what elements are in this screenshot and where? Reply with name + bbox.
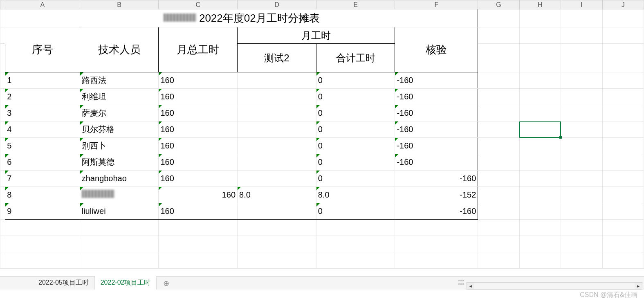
cell[interactable] [478,187,519,203]
cell[interactable] [478,203,519,220]
cell[interactable]: 6 [5,154,80,171]
cell[interactable]: 萨麦尔 [80,105,159,121]
sheet-tab[interactable]: 2022-02项目工时 [95,276,157,290]
cell[interactable] [602,121,644,138]
col-header[interactable]: F [395,0,478,9]
cell[interactable] [519,121,561,138]
tab-drag-handle[interactable] [458,280,464,286]
cell[interactable]: 8.0 [316,187,395,203]
cell[interactable]: 160 [159,72,238,89]
cell[interactable]: 160 [159,89,238,105]
cell[interactable] [602,154,644,171]
cell[interactable] [478,72,519,89]
cell[interactable]: 160 [159,187,238,203]
table-row[interactable]: 4贝尔芬格1600-160 [0,121,644,138]
spreadsheet-grid[interactable]: A B C D E F G H I J 2022年度02月工时分摊表 序号 技术… [0,0,644,269]
cell[interactable]: 0 [316,105,395,121]
col-header[interactable]: J [602,0,644,9]
cell[interactable] [519,89,561,105]
cell[interactable] [561,203,602,220]
table-row[interactable]: 81608.08.0-152 [0,187,644,203]
cell[interactable]: 9 [5,203,80,220]
cell[interactable]: 160 [159,121,238,138]
cell[interactable]: 利维坦 [80,89,159,105]
scroll-left-arrow[interactable]: ◄ [467,283,474,289]
cell[interactable] [238,138,316,154]
cell[interactable]: -160 [395,171,478,187]
cell[interactable] [478,121,519,138]
cell[interactable] [561,138,602,154]
col-header[interactable]: A [5,0,80,9]
cell[interactable]: liuliwei [80,203,159,220]
cell[interactable]: 7 [5,171,80,187]
cell[interactable] [519,138,561,154]
cell[interactable] [478,105,519,121]
cell[interactable]: 0 [316,72,395,89]
cell[interactable] [561,72,602,89]
cell[interactable] [80,187,159,203]
cell[interactable] [561,187,602,203]
cell[interactable] [602,203,644,220]
cell[interactable]: 阿斯莫德 [80,154,159,171]
title-row[interactable]: 2022年度02月工时分摊表 [0,9,644,27]
cell[interactable]: -160 [395,138,478,154]
table-row[interactable]: 7zhangbohao1600-160 [0,171,644,187]
add-sheet-button[interactable]: ⊕ [163,279,169,288]
cell[interactable] [519,203,561,220]
cell[interactable] [561,121,602,138]
cell[interactable] [238,203,316,220]
col-header[interactable]: G [478,0,519,9]
cell[interactable] [602,187,644,203]
cell[interactable]: -160 [395,89,478,105]
cell[interactable]: 160 [159,203,238,220]
cell[interactable]: 3 [5,105,80,121]
cell[interactable] [238,89,316,105]
table-row[interactable]: 3萨麦尔1600-160 [0,105,644,121]
cell[interactable] [602,72,644,89]
cell[interactable]: 160 [159,138,238,154]
col-header[interactable]: B [80,0,159,9]
cell[interactable]: 贝尔芬格 [80,121,159,138]
cell[interactable]: -160 [395,121,478,138]
cell[interactable]: 0 [316,89,395,105]
select-all-corner[interactable] [0,0,5,9]
cell[interactable] [478,89,519,105]
table-row[interactable]: 1路西法1600-160 [0,72,644,89]
cell[interactable] [478,171,519,187]
cell[interactable] [519,187,561,203]
cell[interactable] [519,72,561,89]
cell[interactable] [561,154,602,171]
cell[interactable]: 2 [5,89,80,105]
cell[interactable] [602,89,644,105]
horizontal-scrollbar[interactable]: ◄ ► [467,282,642,290]
cell[interactable] [602,138,644,154]
column-header-row[interactable]: A B C D E F G H I J [0,0,644,9]
sheet-tab[interactable]: 2022-05项目工时 [33,276,95,290]
cell[interactable] [561,89,602,105]
cell[interactable] [561,171,602,187]
cell[interactable]: 160 [159,171,238,187]
cell[interactable] [561,105,602,121]
table-row[interactable]: 5别西卜1600-160 [0,138,644,154]
cell[interactable] [238,171,316,187]
cell[interactable]: 8 [5,187,80,203]
cell[interactable] [238,72,316,89]
cell[interactable]: 0 [316,154,395,171]
table-row[interactable]: 9liuliwei1600-160 [0,203,644,220]
col-header[interactable]: H [519,0,561,9]
cell[interactable]: 别西卜 [80,138,159,154]
col-header[interactable]: D [238,0,316,9]
cell[interactable] [519,105,561,121]
cell[interactable]: 8.0 [238,187,316,203]
cell[interactable]: 160 [159,154,238,171]
cell[interactable] [238,105,316,121]
col-header[interactable]: I [561,0,602,9]
cell[interactable]: -160 [395,154,478,171]
cell[interactable]: 5 [5,138,80,154]
cell[interactable] [238,154,316,171]
cell[interactable]: 4 [5,121,80,138]
cell[interactable]: -160 [395,105,478,121]
cell[interactable]: 0 [316,138,395,154]
cell[interactable]: -160 [395,72,478,89]
cell[interactable] [478,154,519,171]
